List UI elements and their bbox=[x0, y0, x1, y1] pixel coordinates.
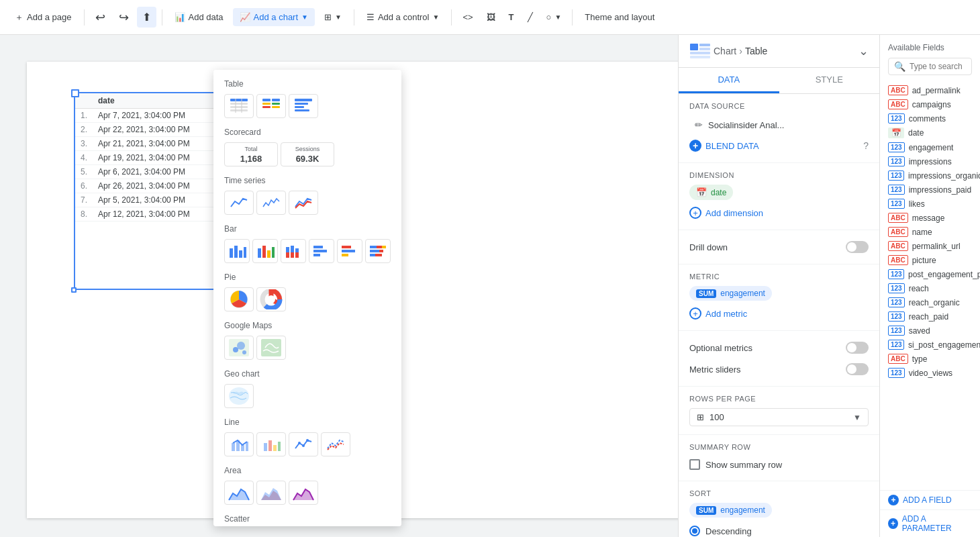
field-item[interactable]: 123engagement bbox=[880, 140, 980, 154]
fields-search-box[interactable]: 🔍 bbox=[888, 58, 972, 75]
field-item[interactable]: 123si_post_engagement_... bbox=[880, 338, 980, 352]
field-item[interactable]: ABCad_permalink bbox=[880, 83, 980, 97]
chart-line-2[interactable] bbox=[256, 432, 286, 456]
sort-chip[interactable]: SUM engagement bbox=[689, 503, 772, 518]
chart-bar-horiz-1[interactable] bbox=[309, 239, 334, 263]
rows-per-page-section: Rows per Page ⊞ 100 ▼ bbox=[679, 387, 879, 435]
image-button[interactable]: 🖼 bbox=[481, 8, 501, 26]
drill-down-toggle[interactable] bbox=[846, 241, 869, 253]
optional-metrics-toggle[interactable] bbox=[846, 342, 869, 354]
canvas-area[interactable]: date 1.Apr 7, 2021, 3:04:00 PM2.Apr 22, … bbox=[0, 35, 678, 537]
chart-bar-horiz-2[interactable] bbox=[337, 239, 362, 263]
chart-timeseries-1[interactable] bbox=[224, 191, 254, 215]
undo-button[interactable]: ↩ bbox=[90, 6, 111, 29]
field-type-num: 123 bbox=[888, 199, 905, 209]
field-item[interactable]: 123impressions bbox=[880, 154, 980, 168]
descending-radio[interactable] bbox=[689, 526, 700, 536]
data-source-row[interactable]: ✏ Socialinsider Anal... bbox=[689, 115, 869, 134]
add-control-button[interactable]: ☰ Add a control ▼ bbox=[360, 8, 446, 26]
row-number: 8. bbox=[75, 207, 93, 222]
chart-timeseries-2[interactable] bbox=[256, 191, 286, 215]
field-item[interactable]: 123comments bbox=[880, 111, 980, 126]
chart-section-timeseries: Time series bbox=[213, 172, 401, 220]
chart-timeseries-3[interactable] bbox=[289, 191, 318, 215]
chart-bar-1[interactable] bbox=[224, 239, 250, 263]
redo-button[interactable]: ↪ bbox=[113, 6, 134, 29]
add-dimension-label: Add dimension bbox=[705, 208, 763, 218]
field-item[interactable]: 📅date bbox=[880, 126, 980, 140]
field-item[interactable]: ABCpicture bbox=[880, 253, 980, 267]
panel-collapse-icon[interactable]: ⌄ bbox=[859, 44, 869, 58]
resize-handle-bottom-left[interactable] bbox=[71, 287, 77, 293]
chart-pie-donut[interactable] bbox=[256, 287, 286, 311]
svg-point-63 bbox=[306, 439, 309, 442]
field-item[interactable]: 123video_views bbox=[880, 366, 980, 380]
text-button[interactable]: T bbox=[503, 8, 520, 26]
chart-maps-bubble[interactable] bbox=[224, 336, 254, 360]
theme-button[interactable]: Theme and layout bbox=[578, 8, 661, 26]
chart-scorecard-basic[interactable]: Total 1,168 bbox=[224, 142, 278, 166]
arrange-button[interactable]: ⊞ ▼ bbox=[317, 8, 348, 26]
help-icon[interactable]: ? bbox=[863, 140, 869, 151]
add-field-button[interactable]: + ADD A FIELD bbox=[880, 490, 980, 509]
chart-section-scorecard-label: Scorecard bbox=[224, 128, 391, 137]
field-item[interactable]: 123reach bbox=[880, 281, 980, 295]
field-item[interactable]: 123impressions_organic bbox=[880, 168, 980, 183]
chart-table-bars[interactable] bbox=[289, 94, 318, 118]
breadcrumb-chart[interactable]: Chart bbox=[714, 46, 736, 56]
metric-chip[interactable]: SUM engagement bbox=[689, 286, 772, 301]
descending-radio-row[interactable]: Descending bbox=[689, 523, 869, 537]
chart-maps-filled[interactable] bbox=[256, 336, 286, 360]
field-item[interactable]: ABCpermalink_url bbox=[880, 239, 980, 253]
breadcrumb-separator: › bbox=[739, 46, 742, 56]
field-item[interactable]: 123post_engagement_per... bbox=[880, 267, 980, 281]
field-item[interactable]: ABCmessage bbox=[880, 211, 980, 225]
line-button[interactable]: ╱ bbox=[522, 8, 538, 26]
field-item[interactable]: ABCtype bbox=[880, 352, 980, 366]
chart-line-4[interactable] bbox=[321, 432, 350, 456]
shape-button[interactable]: ○ ▼ bbox=[541, 8, 567, 26]
add-chart-button[interactable]: 📈 Add a chart ▼ bbox=[233, 8, 315, 26]
search-input[interactable] bbox=[910, 62, 966, 71]
add-data-button[interactable]: 📊 Add data bbox=[168, 8, 230, 26]
chart-pie-basic[interactable] bbox=[224, 287, 254, 311]
select-tool-button[interactable]: ⬆ bbox=[137, 7, 156, 28]
field-item[interactable]: 123reach_organic bbox=[880, 295, 980, 309]
tab-data[interactable]: DATA bbox=[679, 68, 779, 93]
metric-sliders-toggle[interactable] bbox=[846, 363, 869, 375]
add-page-button[interactable]: ＋ Add a page bbox=[8, 7, 79, 28]
field-item[interactable]: 123impressions_paid bbox=[880, 183, 980, 197]
code-button[interactable]: <> bbox=[457, 8, 478, 26]
field-item[interactable]: 123reach_paid bbox=[880, 309, 980, 324]
divider-5 bbox=[572, 9, 573, 26]
chart-scorecard-compare[interactable]: Sessions 69.3K bbox=[281, 142, 334, 166]
add-metric-button[interactable]: + Add metric bbox=[689, 305, 869, 322]
chart-area-1[interactable] bbox=[224, 481, 254, 505]
dimension-chip[interactable]: 📅 date bbox=[689, 185, 733, 200]
chart-geo-basic[interactable] bbox=[224, 384, 254, 408]
svg-rect-6 bbox=[262, 99, 271, 101]
chart-bar-3[interactable] bbox=[281, 239, 306, 263]
field-item[interactable]: ABCname bbox=[880, 225, 980, 239]
row-number: 6. bbox=[75, 179, 93, 193]
chart-section-table: Table bbox=[213, 75, 401, 124]
chart-area-3[interactable] bbox=[289, 481, 318, 505]
chart-line-3[interactable] bbox=[289, 432, 318, 456]
chart-line-1[interactable] bbox=[224, 432, 254, 456]
chart-bar-2[interactable] bbox=[252, 239, 278, 263]
tab-style[interactable]: STYLE bbox=[779, 68, 880, 93]
chart-table-heatmap[interactable] bbox=[256, 94, 286, 118]
field-item[interactable]: ABCcampaigns bbox=[880, 97, 980, 111]
field-item[interactable]: 123saved bbox=[880, 324, 980, 338]
field-item[interactable]: 123likes bbox=[880, 197, 980, 211]
rows-per-page-select[interactable]: ⊞ 100 ▼ bbox=[689, 408, 869, 426]
chart-area-2[interactable] bbox=[256, 481, 286, 505]
blend-data-button[interactable]: + BLEND DATA bbox=[689, 137, 759, 154]
add-dimension-button[interactable]: + Add dimension bbox=[689, 204, 869, 222]
field-name: impressions bbox=[909, 157, 952, 166]
add-parameter-button[interactable]: + ADD A PARAMETER bbox=[880, 509, 980, 537]
field-type-num: 123 bbox=[888, 283, 905, 293]
chart-table-basic[interactable] bbox=[224, 94, 254, 118]
chart-bar-stacked[interactable] bbox=[365, 239, 391, 263]
show-summary-row-checkbox[interactable] bbox=[689, 459, 700, 470]
